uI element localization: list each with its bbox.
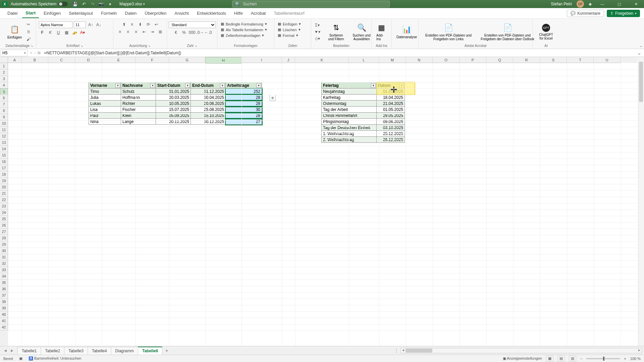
col-header-O[interactable]: O (433, 57, 460, 63)
tab-ansicht[interactable]: Ansicht (171, 9, 192, 18)
data-analysis-button[interactable]: 📊Datenanalyse (394, 24, 419, 40)
minimize-button[interactable]: — (596, 0, 608, 8)
launcher-icon[interactable]: ↘ (31, 44, 33, 48)
search-box[interactable]: 🔍 Suchen (232, 1, 390, 7)
table-cell[interactable]: 01.01.2025 (156, 88, 191, 95)
row-header-28[interactable]: 28 (0, 235, 8, 241)
macro-record-icon[interactable]: ▣ (19, 356, 22, 361)
share-button[interactable]: ⇪Freigeben▾ (607, 10, 640, 17)
launcher-icon[interactable]: ↘ (195, 44, 197, 48)
row-header-32[interactable]: 32 (0, 260, 8, 267)
align-middle-icon[interactable]: ≡ (129, 21, 136, 27)
row-header-13[interactable]: 13 (0, 139, 8, 146)
decrease-indent-icon[interactable]: ⇤ (141, 29, 148, 35)
vertical-scrollbar[interactable] (638, 57, 644, 359)
sheet-prev-icon[interactable]: ◄ (3, 348, 7, 353)
confirm-formula-icon[interactable]: ✓ (34, 51, 37, 55)
row-header-22[interactable]: 22 (0, 197, 8, 203)
autosave-toggle[interactable]: Automatisches Speichern (11, 2, 68, 6)
filter-dropdown-icon[interactable]: ▾ (150, 83, 155, 88)
column-headers[interactable]: ABCDEFGHIJKLMNOPQRSTU (8, 57, 637, 63)
col-header-D[interactable]: D (75, 57, 102, 63)
row-header-11[interactable]: 11 (0, 127, 8, 133)
horizontal-scrollbar[interactable]: ◄ ► (400, 348, 642, 353)
row-header-24[interactable]: 24 (0, 209, 8, 216)
increase-indent-icon[interactable]: ⇥ (149, 29, 156, 35)
row-header-31[interactable]: 31 (0, 254, 8, 260)
clear-icon[interactable]: ◇▾ (314, 36, 321, 42)
row-headers[interactable]: 1234567891011121314151617181920212223242… (0, 63, 8, 359)
table-header[interactable]: Arbeitstage▾ (226, 82, 262, 88)
col-header-U[interactable]: U (594, 57, 621, 63)
row-header-1[interactable]: 1 (0, 63, 8, 69)
table-cell[interactable]: 20.11.2025 (156, 119, 191, 125)
increase-font-icon[interactable]: A↑ (87, 22, 94, 28)
col-header-N[interactable]: N (406, 57, 433, 63)
row-header-20[interactable]: 20 (0, 184, 8, 190)
sheet-tab-tabelle3[interactable]: Tabelle3 (64, 347, 88, 355)
table-cell[interactable]: Hoffmann (121, 95, 156, 101)
tab-datei[interactable]: Datei (4, 9, 21, 18)
row-header-26[interactable]: 26 (0, 222, 8, 229)
table-cell[interactable]: 25.12.2025 (377, 131, 405, 137)
table-cell[interactable]: Julia (89, 95, 121, 101)
border-icon[interactable]: ▦ (63, 29, 70, 36)
percent-icon[interactable]: % (181, 29, 187, 36)
table-header[interactable]: Vorname▾ (89, 82, 121, 88)
accessibility-status[interactable]: ♿ Barrierefreiheit: Untersuchen (29, 356, 82, 361)
normal-view-icon[interactable]: ▦ (546, 356, 553, 362)
select-all-corner[interactable] (0, 57, 8, 63)
col-header-M[interactable]: M (379, 57, 406, 63)
row-header-23[interactable]: 23 (0, 203, 8, 209)
table-row[interactable]: Christi Himmelfahrt29.05.2025 (322, 113, 405, 119)
scroll-left-icon[interactable]: ◄ (401, 348, 405, 352)
comments-button[interactable]: 💬Kommentare (567, 10, 604, 17)
table-cell[interactable]: 20.03.2025 (156, 95, 191, 101)
autofill-options-icon[interactable]: ⎘ (270, 95, 276, 101)
table-cell[interactable]: Paul (89, 113, 121, 119)
align-bottom-icon[interactable]: ⬇ (137, 21, 144, 27)
expand-formula-icon[interactable]: ⌄ (634, 50, 644, 56)
cancel-formula-icon[interactable]: ✕ (30, 51, 33, 55)
row-header-29[interactable]: 29 (0, 241, 8, 248)
col-header-G[interactable]: G (169, 57, 205, 63)
filter-dropdown-icon[interactable]: ▾ (185, 83, 190, 88)
row-header-3[interactable]: 3 (0, 76, 8, 82)
table-row[interactable]: TimoSchulz01.01.202531.12.2025252 (89, 88, 262, 95)
row-header-35[interactable]: 35 (0, 280, 8, 286)
table-cell[interactable]: 18.04.2025 (377, 95, 405, 101)
launcher-icon[interactable]: ↘ (80, 44, 83, 48)
table-cell[interactable]: 03.10.2025 (377, 125, 405, 131)
filter-dropdown-icon[interactable]: ▾ (371, 83, 376, 88)
font-color-icon[interactable]: A▾ (79, 29, 86, 36)
table-cell[interactable]: 30.12.2025 (191, 119, 226, 125)
font-name-select[interactable] (39, 21, 72, 28)
table-row[interactable]: Pfingstmontag09.06.2025 (322, 119, 405, 125)
tab-formeln[interactable]: Formeln (98, 9, 120, 18)
redo-icon[interactable]: ↷ (90, 1, 95, 7)
chatgpt-button[interactable]: GPTChatGPT for Excel (535, 23, 557, 41)
tab-hilfe[interactable]: Hilfe (231, 9, 246, 18)
formula-input[interactable]: =NETTOARBEITSTAGE([@[Start-Datum]];[@[En… (42, 51, 634, 55)
row-header-17[interactable]: 17 (0, 165, 8, 171)
tab-ueberpruefen[interactable]: Überprüfen (141, 9, 170, 18)
fill-color-icon[interactable]: ◢▾ (71, 29, 78, 36)
table-cell[interactable]: Schulz (121, 88, 156, 95)
sheet-tab-tabelle1[interactable]: Tabelle1 (17, 347, 41, 355)
tab-seitenlayout[interactable]: Seitenlayout (65, 9, 96, 18)
pdf-links-button[interactable]: 📄Erstellen von PDF-Dateien und Freigeben… (421, 22, 476, 42)
spreadsheet-grid[interactable]: ABCDEFGHIJKLMNOPQRSTU 123456789101112131… (0, 57, 644, 359)
fill-icon[interactable]: ▼▾ (314, 29, 321, 35)
align-right-icon[interactable]: ≡ (133, 29, 140, 35)
delete-cells-button[interactable]: ▦Löschen ▾ (277, 27, 301, 32)
table-cell[interactable]: Nina (89, 119, 121, 125)
sheet-tab-tabelle2[interactable]: Tabelle2 (41, 347, 64, 355)
row-header-40[interactable]: 40 (0, 311, 8, 318)
table-row[interactable]: 1. Weihnachtstag25.12.2025 (322, 131, 405, 137)
file-name[interactable]: Mappe3.xlsx ▾ (119, 2, 145, 6)
table-header[interactable]: End-Datum▾ (191, 82, 226, 88)
fx-icon[interactable]: fx (38, 51, 41, 55)
table-header[interactable]: Nachname▾ (121, 82, 156, 88)
format-cells-button[interactable]: ▦Format ▾ (277, 33, 299, 38)
bold-button[interactable]: F (39, 29, 46, 36)
